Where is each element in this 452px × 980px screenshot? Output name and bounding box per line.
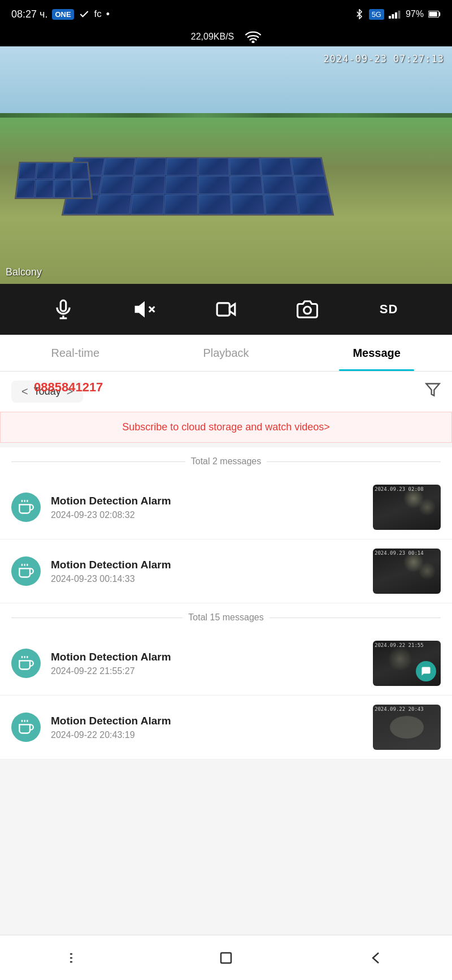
message-title: Motion Detection Alarm	[51, 651, 363, 663]
check-icon	[79, 8, 90, 20]
date-nav: < Today > 0885841217	[0, 372, 452, 412]
controls-bar: SD	[0, 284, 452, 335]
tab-realtime[interactable]: Real-time	[0, 335, 151, 371]
message-title: Motion Detection Alarm	[51, 559, 363, 571]
message-content: Motion Detection Alarm 2024-09-23 00:14:…	[51, 559, 363, 584]
motion-icon	[11, 649, 41, 678]
tab-playback[interactable]: Playback	[151, 335, 302, 371]
message-content: Motion Detection Alarm 2024-09-22 21:55:…	[51, 651, 363, 676]
filter-button[interactable]	[425, 382, 441, 402]
motion-icon	[11, 713, 41, 742]
back-button[interactable]	[368, 949, 385, 966]
message-item[interactable]: Motion Detection Alarm 2024-09-22 21:55:…	[0, 632, 452, 696]
battery-level: 97%	[406, 9, 424, 19]
message-content: Motion Detection Alarm 2024-09-23 02:08:…	[51, 495, 363, 520]
network-speed: 22,09KB/S	[191, 32, 234, 42]
message-thumbnail[interactable]: 2024.09.23 00:14	[373, 549, 441, 594]
day-header-2: Total 15 messages	[0, 603, 452, 632]
motion-icon	[11, 556, 41, 586]
message-content: Motion Detection Alarm 2024-09-22 20:43:…	[51, 715, 363, 740]
camera-label: Balcony	[6, 266, 42, 278]
message-title: Motion Detection Alarm	[51, 715, 363, 727]
day-header-text-2: Total 15 messages	[188, 612, 263, 623]
svg-marker-11	[136, 303, 144, 316]
day-header-1: Total 2 messages	[0, 447, 452, 476]
message-thumbnail[interactable]: 2024.09.22 21:55	[373, 641, 441, 686]
svg-rect-14	[217, 303, 229, 316]
svg-rect-3	[398, 11, 400, 19]
wifi-icon	[245, 31, 261, 43]
thumb-timestamp: 2024.09.22 20:43	[375, 706, 424, 712]
bluetooth-icon	[354, 9, 364, 19]
message-item[interactable]: Motion Detection Alarm 2024-09-23 00:14:…	[0, 539, 452, 603]
message-time: 2024-09-23 02:08:32	[51, 510, 363, 520]
svg-point-7	[253, 41, 254, 43]
svg-rect-0	[389, 16, 391, 19]
tab-message[interactable]: Message	[301, 335, 452, 371]
svg-rect-2	[395, 12, 397, 19]
message-badge	[416, 661, 436, 681]
message-item[interactable]: Motion Detection Alarm 2024-09-23 02:08:…	[0, 476, 452, 539]
subscribe-banner[interactable]: Subscribe to cloud storage and watch vid…	[0, 412, 452, 443]
svg-rect-8	[60, 300, 66, 311]
message-thumbnail[interactable]: 2024.09.23 02:08	[373, 485, 441, 530]
message-title: Motion Detection Alarm	[51, 495, 363, 507]
phone-overlay: 0885841217	[34, 372, 103, 403]
mute-button[interactable]	[128, 292, 162, 326]
message-time: 2024-09-22 20:43:19	[51, 730, 363, 740]
thumb-timestamp: 2024.09.22 21:55	[375, 642, 424, 648]
svg-marker-17	[426, 384, 439, 396]
camera-timestamp: 2024-09-23 07:27:13	[324, 53, 444, 64]
carrier-label: fc	[94, 8, 102, 20]
camera-feed: 2024-09-23 07:27:13 Balcony	[0, 46, 452, 284]
content-area: < Today > 0885841217 Subscribe to cloud …	[0, 372, 452, 805]
header-line	[270, 618, 441, 618]
message-item[interactable]: Motion Detection Alarm 2024-09-22 20:43:…	[0, 696, 452, 759]
solar-panel-small	[15, 162, 93, 199]
dot-indicator: •	[106, 8, 110, 20]
day-header-text-1: Total 2 messages	[191, 456, 262, 467]
battery-icon	[428, 10, 441, 18]
tabs: Real-time Playback Message	[0, 335, 452, 372]
thumb-timestamp: 2024.09.23 00:14	[375, 550, 424, 556]
svg-rect-6	[429, 12, 437, 16]
record-button[interactable]	[209, 292, 243, 326]
sd-button[interactable]: SD	[372, 292, 406, 326]
message-time: 2024-09-23 00:14:33	[51, 574, 363, 584]
status-right: 5G 97%	[354, 9, 441, 20]
prev-date-button[interactable]: <	[21, 385, 28, 398]
network-bar: 22,09KB/S	[0, 28, 452, 46]
status-time: 08:27 ч.	[11, 8, 47, 20]
thumb-timestamp: 2024.09.23 02:08	[375, 486, 424, 492]
solar-panel-main	[62, 157, 334, 216]
svg-point-16	[304, 306, 311, 314]
subscribe-text: Subscribe to cloud storage and watch vid…	[122, 421, 330, 433]
svg-rect-5	[439, 12, 440, 16]
bottom-nav	[0, 935, 452, 980]
motion-icon	[11, 493, 41, 522]
carrier-badge: ONE	[52, 9, 73, 20]
message-thumbnail[interactable]: 2024.09.22 20:43	[373, 705, 441, 750]
signal-icon	[389, 9, 401, 19]
status-left: 08:27 ч. ONE fc •	[11, 8, 110, 20]
svg-rect-1	[392, 14, 394, 19]
messages-section: Total 2 messages Motion Detection Alarm …	[0, 447, 452, 759]
network-type: 5G	[369, 9, 384, 20]
home-button[interactable]	[218, 949, 234, 966]
mic-button[interactable]	[46, 292, 80, 326]
header-line	[11, 461, 185, 462]
svg-rect-33	[221, 953, 231, 963]
status-bar: 08:27 ч. ONE fc • 5G 97%	[0, 0, 452, 28]
recents-button[interactable]	[67, 949, 84, 966]
header-line	[267, 461, 441, 462]
message-time: 2024-09-22 21:55:27	[51, 666, 363, 676]
header-line	[11, 618, 182, 618]
snapshot-button[interactable]	[290, 292, 324, 326]
